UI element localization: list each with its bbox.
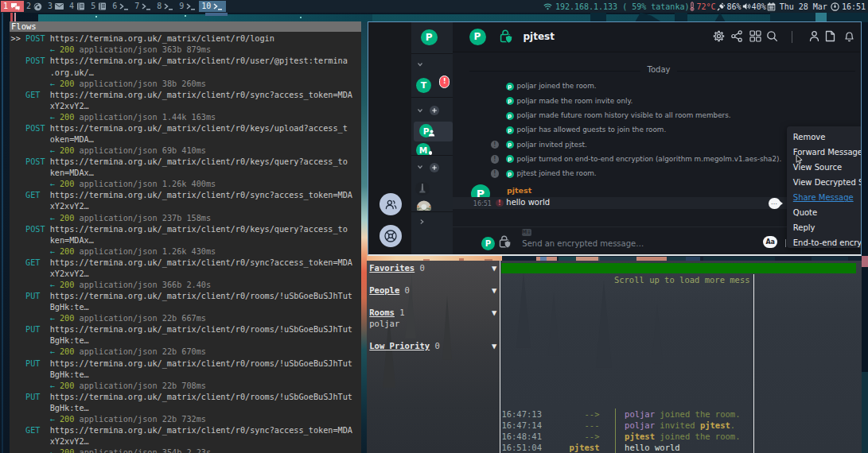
workspace-5[interactable]: 5	[88, 1, 110, 12]
chat-message-row: 16:48:41-->│pjtest joined the room.	[501, 431, 753, 442]
workspace-list: 12345678910	[1, 1, 226, 12]
invite-avatar[interactable]: T	[416, 78, 431, 93]
chat-text: poljar joined the room.	[625, 408, 740, 420]
flow-request-line[interactable]: GET https://termina.org.uk/_matrix/clien…	[11, 425, 352, 436]
unencrypted-warning-icon: !	[496, 199, 504, 207]
workspace-6[interactable]: 6	[110, 1, 132, 12]
add-room-button[interactable]	[430, 106, 439, 115]
notification-badge: !	[439, 76, 450, 88]
temperature-status: 72°C	[696, 2, 715, 11]
flow-request-line[interactable]: GET https://termina.org.uk/_matrix/clien…	[11, 257, 352, 269]
event-row[interactable]: ppoljar made the room invite only.	[453, 94, 860, 108]
selected-room[interactable]: P	[414, 122, 453, 141]
battery-status: 86%	[727, 2, 741, 11]
flow-url-wrap-line: BgHk:te…	[11, 403, 352, 414]
event-row[interactable]: ppoljar made future room history visible…	[453, 109, 860, 123]
workspace-number: 10	[201, 1, 211, 12]
flow-request-line[interactable]: POST https://termina.org.uk/_matrix/clie…	[11, 224, 352, 235]
divider	[411, 155, 453, 156]
menu-item-view-decrypted-s[interactable]: View Decrypted S	[787, 175, 862, 190]
room-header: P pjtest	[453, 22, 860, 52]
room-avatar[interactable]: P	[469, 29, 486, 45]
notifications-bell-icon[interactable]	[843, 30, 855, 42]
flow-request-line[interactable]: POST https://termina.org.uk/_matrix/clie…	[11, 56, 352, 67]
flow-response-line: ← 200 application/json 22b 667ms	[11, 313, 352, 324]
flow-url-wrap-line: BgHk:te…	[11, 302, 352, 313]
chevron-down-icon[interactable]	[417, 61, 423, 68]
flow-response-line: ← 200 application/json 22b 732ms	[11, 414, 352, 425]
workspace-4[interactable]: 4	[67, 1, 88, 12]
workspace-8[interactable]: 8	[154, 1, 177, 12]
workspace-9[interactable]: 9	[177, 1, 199, 12]
format-button[interactable]: Aa	[763, 236, 777, 249]
room-avatar-statue[interactable]	[415, 182, 430, 196]
share-icon[interactable]	[731, 30, 742, 42]
event-text: poljar invited pjtest.	[517, 141, 587, 149]
people-button[interactable]	[380, 193, 402, 215]
user-avatar[interactable]: P	[421, 29, 438, 46]
thermometer-icon	[690, 2, 695, 11]
message-options-button[interactable]: …	[769, 198, 780, 210]
room-item-poljar[interactable]: poljar	[369, 319, 399, 328]
settings-icon[interactable]	[713, 30, 725, 42]
avatar-letter: P	[426, 32, 433, 43]
message-text: hello world	[506, 198, 550, 207]
workspace-3[interactable]: 3	[45, 1, 67, 12]
flow-response-line: ← 200 application/json 22b 670ms	[11, 347, 352, 358]
flow-request-line[interactable]: PUT https://termina.org.uk/_matrix/clien…	[11, 358, 352, 370]
workspace-7[interactable]: 7	[132, 1, 154, 12]
terminal-window: Scroll up to load more mess Favorites 0▼…	[367, 261, 862, 453]
chat-timestamp: 16:51:04	[501, 442, 542, 453]
event-text: poljar made the room invite only.	[517, 97, 633, 105]
flow-request-line[interactable]: PUT https://termina.org.uk/_matrix/clien…	[11, 324, 352, 335]
flow-request-line[interactable]: GET https://termina.org.uk/_matrix/clien…	[11, 190, 352, 201]
section-collapse-arrow[interactable]: ▼	[492, 285, 496, 295]
flow-request-line[interactable]: POST https://termina.org.uk/_matrix/clie…	[11, 123, 352, 134]
mitmproxy-flow-list[interactable]: >> POST https://termina.org.uk/_matrix/c…	[11, 33, 352, 453]
flow-request-line[interactable]: GET https://termina.org.uk/_matrix/clien…	[11, 90, 352, 101]
e2e-warning-icon: !	[491, 141, 499, 149]
workspace-2[interactable]: 2	[24, 1, 45, 12]
markdown-badge[interactable]: M↓	[522, 229, 532, 236]
menu-item-quote[interactable]: Quote	[787, 205, 862, 220]
chevron-down-icon[interactable]	[417, 107, 423, 114]
room-avatar-clipped[interactable]: M	[411, 143, 453, 155]
section-label: People	[369, 285, 399, 295]
divider	[411, 53, 453, 54]
workspace-1[interactable]: 1	[1, 1, 24, 12]
workspace-10[interactable]: 10	[199, 1, 226, 12]
event-avatar: p	[506, 141, 514, 149]
flow-request-line[interactable]: POST https://termina.org.uk/_matrix/clie…	[11, 157, 352, 168]
event-row[interactable]: ppoljar joined the room.	[453, 79, 860, 94]
chevron-down-icon[interactable]	[417, 164, 423, 170]
composer-input[interactable]: Send an encrypted message…	[522, 239, 644, 248]
message-timestamp: 16:51	[473, 200, 492, 207]
menu-item-end-to-end-encry[interactable]: End-to-end encry	[787, 235, 862, 248]
section-collapse-arrow[interactable]: ▼	[492, 263, 496, 273]
room-section-low-priority[interactable]: Low Priority 0	[369, 341, 440, 350]
section-collapse-arrow[interactable]: ▼	[492, 341, 496, 350]
menu-item-remove[interactable]: Remove	[787, 130, 862, 145]
flow-url-wrap-line: BgHk:te…	[11, 370, 352, 381]
menu-item-reply[interactable]: Reply	[787, 220, 862, 235]
calendar-icon	[767, 2, 776, 11]
apps-grid-icon[interactable]	[749, 30, 761, 42]
room-section-favorites[interactable]: Favorites 0	[369, 263, 425, 273]
plus-icon	[430, 163, 439, 172]
section-collapse-arrow[interactable]: ▼	[492, 308, 496, 317]
volume-status: 40%	[752, 2, 766, 11]
wallpaper-detail	[185, 15, 186, 17]
add-room-button[interactable]	[430, 163, 439, 172]
room-avatar-clipped[interactable]	[411, 200, 453, 211]
menu-item-share-message[interactable]: Share Message	[787, 190, 862, 205]
flow-request-line[interactable]: >> POST https://termina.org.uk/_matrix/c…	[11, 33, 352, 45]
members-icon[interactable]	[808, 30, 820, 42]
flow-request-line[interactable]: PUT https://termina.org.uk/_matrix/clien…	[11, 392, 352, 403]
room-section-rooms[interactable]: Rooms 1	[369, 308, 404, 317]
chevron-right-icon[interactable]	[418, 219, 425, 225]
room-section-people[interactable]: People 0	[369, 285, 410, 295]
files-icon[interactable]	[825, 30, 835, 42]
search-icon[interactable]	[766, 30, 778, 42]
flow-request-line[interactable]: PUT https://termina.org.uk/_matrix/clien…	[11, 291, 352, 302]
explore-button[interactable]	[380, 225, 402, 247]
